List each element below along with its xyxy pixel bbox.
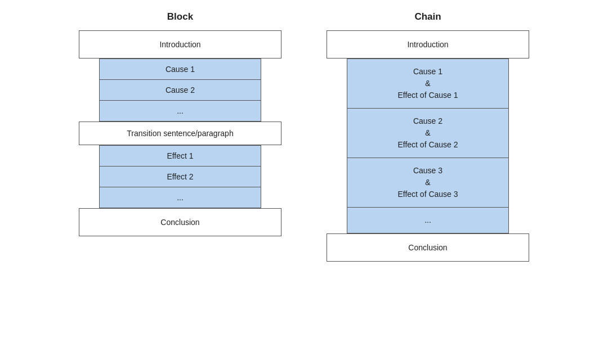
chain-diagram: Chain Introduction Cause 1&Effect of Cau… <box>327 11 529 262</box>
block-conclusion-box: Conclusion <box>79 208 281 236</box>
chain-item-1: Cause 1&Effect of Cause 1 <box>347 59 508 108</box>
block-transition-box: Transition sentence/paragraph <box>79 122 281 145</box>
chain-item-3: Cause 3&Effect of Cause 3 <box>347 158 508 207</box>
block-conclusion-label: Conclusion <box>160 218 199 227</box>
chain-conclusion-label: Conclusion <box>408 243 447 252</box>
block-causes-section: Cause 1 Cause 2 ... <box>99 59 261 122</box>
block-effect-ellipsis: ... <box>100 187 261 208</box>
block-diagram: Block Introduction Cause 1 Cause 2 ... T… <box>79 11 281 236</box>
diagrams-container: Block Introduction Cause 1 Cause 2 ... T… <box>0 11 608 262</box>
block-introduction-label: Introduction <box>159 40 200 49</box>
chain-introduction-box: Introduction <box>327 30 529 59</box>
block-effects-section: Effect 1 Effect 2 ... <box>99 145 261 208</box>
block-effect-2: Effect 2 <box>100 166 261 187</box>
block-cause-1: Cause 1 <box>100 59 261 79</box>
block-title: Block <box>167 11 193 23</box>
chain-item-2: Cause 2&Effect of Cause 2 <box>347 108 508 158</box>
block-transition-label: Transition sentence/paragraph <box>127 129 233 138</box>
block-effect-1: Effect 1 <box>100 145 261 166</box>
chain-item-ellipsis: ... <box>347 207 508 233</box>
chain-introduction-label: Introduction <box>407 40 448 49</box>
block-cause-2: Cause 2 <box>100 79 261 100</box>
chain-title: Chain <box>414 11 441 23</box>
block-introduction-box: Introduction <box>79 30 281 59</box>
chain-items-section: Cause 1&Effect of Cause 1 Cause 2&Effect… <box>347 59 509 233</box>
chain-conclusion-box: Conclusion <box>327 233 529 262</box>
block-cause-ellipsis: ... <box>100 100 261 122</box>
